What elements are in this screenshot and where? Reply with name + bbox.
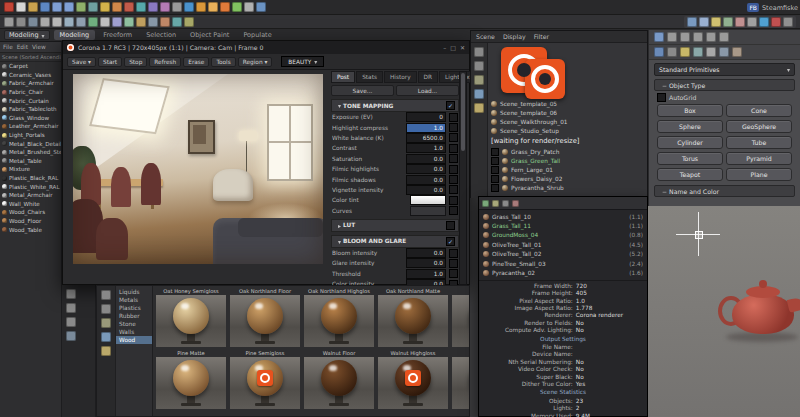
toolbar-icon[interactable] <box>172 17 182 27</box>
category-item[interactable]: Metals <box>116 296 152 304</box>
panel-tab-icon[interactable] <box>706 32 716 42</box>
category-icon[interactable] <box>706 47 716 57</box>
material-list-item[interactable]: Fabric_Armchair <box>0 79 61 88</box>
toolbar-icon[interactable] <box>160 2 170 12</box>
content-list-item[interactable]: Fern_Large_01 <box>491 165 644 174</box>
param-checkbox[interactable] <box>449 185 458 194</box>
toolbar-icon[interactable] <box>735 17 745 27</box>
material-list-item[interactable]: Wood_Table <box>0 225 61 234</box>
content-tool-icon[interactable] <box>474 75 484 85</box>
param-input[interactable]: 0.0 <box>406 185 446 195</box>
toolbar-icon[interactable] <box>64 17 74 27</box>
toolbar-icon[interactable] <box>28 17 38 27</box>
vfb-tab[interactable]: DR <box>418 71 439 83</box>
param-input[interactable]: 0.0 <box>406 248 446 258</box>
param-checkbox[interactable] <box>449 165 458 174</box>
category-item[interactable]: Stone <box>116 320 152 328</box>
material-list-item[interactable]: Fabric_Curtain <box>0 96 61 105</box>
toolbar-icon[interactable] <box>699 17 709 27</box>
instance-row[interactable]: Grass_Tall_10 (1.1) <box>483 212 643 221</box>
content-menu-item[interactable]: Scene <box>476 33 495 40</box>
category-item[interactable]: Plastics <box>116 304 152 312</box>
toolbar-icon[interactable] <box>723 17 733 27</box>
category-icon[interactable] <box>693 47 703 57</box>
panel-menu-item[interactable]: Edit <box>17 44 28 50</box>
material-list-item[interactable]: Metal_Brushed_Steel <box>0 148 61 157</box>
material-list-item[interactable]: Plastic_Black_RAL <box>0 174 61 183</box>
category-icon[interactable] <box>667 47 677 57</box>
param-input[interactable]: 0 <box>406 112 446 122</box>
param-checkbox[interactable] <box>449 259 458 268</box>
lut-section-header[interactable]: ▸ LUT <box>331 219 459 232</box>
vfb-toolbar-button[interactable]: Stop <box>124 57 147 67</box>
material-thumbnail[interactable]: Oak Northland Floor <box>229 287 301 347</box>
toolbar-icon[interactable] <box>52 17 62 27</box>
primitive-button[interactable]: Box <box>657 104 723 117</box>
toolbar-icon[interactable] <box>52 2 62 12</box>
tone-mapping-checkbox[interactable]: ✓ <box>446 101 455 110</box>
material-thumbnail[interactable]: Walnut Highgloss <box>377 349 449 409</box>
category-icon[interactable] <box>732 47 742 57</box>
material-list-item[interactable]: Wood_Chairs <box>0 208 61 217</box>
material-thumbnail[interactable]: Oat Honey Semigloss <box>155 287 227 347</box>
vfb-settings-scrollbar[interactable] <box>459 71 467 285</box>
material-list-item[interactable]: Light_Portals <box>0 131 61 140</box>
asset-checkbox[interactable] <box>491 166 499 174</box>
vfb-toolbar-button[interactable]: Refresh <box>149 57 181 67</box>
param-checkbox[interactable] <box>449 154 458 163</box>
toolbar-icon[interactable] <box>64 2 74 12</box>
toolbar-icon[interactable] <box>220 2 230 12</box>
content-list-item[interactable]: Grass_Dry_Patch <box>491 147 644 156</box>
category-item[interactable]: Wood <box>116 336 152 344</box>
toolbar-icon[interactable] <box>687 17 697 27</box>
content-menu-item[interactable]: Filter <box>534 33 549 40</box>
render-channel-select[interactable]: BEAUTY▾ <box>281 56 324 67</box>
color-tint-checkbox[interactable] <box>449 196 458 205</box>
category-icon[interactable] <box>719 47 729 57</box>
content-list-item[interactable]: Grass_Green_Tall <box>491 156 644 165</box>
content-list-item[interactable]: Scene_Walkthrough_01 <box>491 117 644 126</box>
param-input[interactable]: 0.0 <box>406 175 446 185</box>
toolbar-icon[interactable] <box>76 2 86 12</box>
palette-icon[interactable] <box>66 331 76 341</box>
vfb-tab[interactable]: Stats <box>356 71 383 83</box>
primitive-category-dropdown[interactable]: Standard Primitives▾ <box>654 63 795 76</box>
material-thumbnail[interactable]: Oak Northland Matte <box>377 287 449 347</box>
material-list-item[interactable]: Wall_White <box>0 200 61 209</box>
ribbon-tab[interactable]: Populate <box>237 30 277 40</box>
material-list-item[interactable]: Plastic_White_RAL <box>0 182 61 191</box>
toolbar-icon[interactable] <box>136 2 146 12</box>
param-checkbox[interactable] <box>449 133 458 142</box>
category-item[interactable]: Liquids <box>116 288 152 296</box>
content-tool-icon[interactable] <box>474 103 484 113</box>
save-settings-button[interactable]: Save... <box>331 85 394 96</box>
primitive-button[interactable]: Teapot <box>657 168 723 181</box>
primitive-button[interactable]: Pyramid <box>726 152 792 165</box>
vfb-toolbar-button[interactable]: Tools <box>211 57 235 67</box>
param-input[interactable]: 1.0 <box>406 269 446 279</box>
toolbar-icon[interactable] <box>711 17 721 27</box>
param-input[interactable]: 0.0 <box>406 258 446 268</box>
primitive-button[interactable]: Torus <box>657 152 723 165</box>
color-tint-swatch[interactable] <box>410 195 446 205</box>
curves-checkbox[interactable] <box>449 206 458 215</box>
param-checkbox[interactable] <box>449 249 458 258</box>
param-checkbox[interactable] <box>449 123 458 132</box>
vfb-titlebar[interactable]: Corona 1.7 RC3 | 720x405px (1:1) | Camer… <box>63 41 469 54</box>
category-icon[interactable] <box>654 47 664 57</box>
panel-tab-icon[interactable] <box>654 32 664 42</box>
maximize-icon[interactable]: □ <box>450 44 456 51</box>
toolbar-icon[interactable] <box>88 2 98 12</box>
panel-tab-icon[interactable] <box>693 32 703 42</box>
material-thumbnail[interactable]: Oak Northland Highglos <box>303 287 375 347</box>
ribbon-tab[interactable]: Selection <box>140 30 182 40</box>
instance-row[interactable]: PineTree_Small_03 (2.4) <box>483 259 643 268</box>
bloom-checkbox[interactable]: ✓ <box>446 237 455 246</box>
toolbar-icon[interactable] <box>76 17 86 27</box>
toolbar-icon[interactable] <box>172 2 182 12</box>
material-thumbnail[interactable]: Cherry Gloss <box>451 287 469 347</box>
content-list-item[interactable]: Scene_template_06 <box>491 108 644 117</box>
toolbar-icon[interactable] <box>112 17 122 27</box>
viewport[interactable] <box>648 206 800 417</box>
category-item[interactable]: Rubber <box>116 312 152 320</box>
